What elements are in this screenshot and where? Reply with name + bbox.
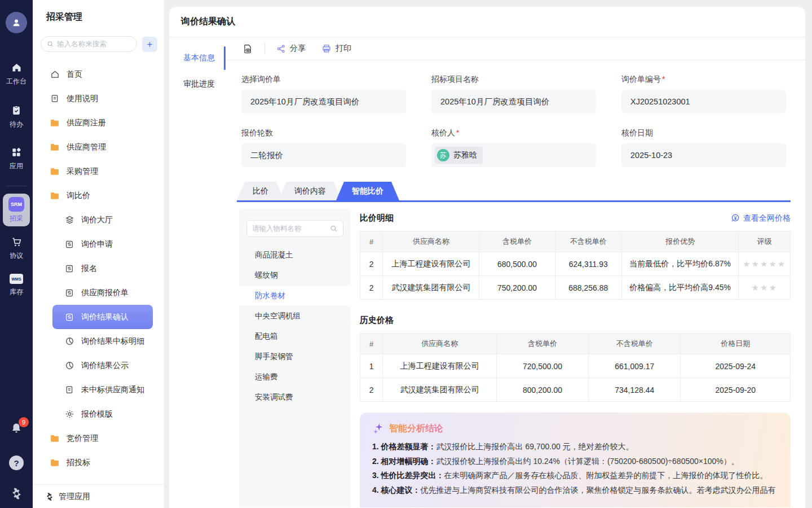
review-date-input[interactable]: 2025-10-23 [621,143,786,167]
ai-analysis-item: 1. 价格差额显著：武汉报价比上海报价高出 69,700.00 元，绝对差价较大… [372,440,778,454]
tab-compare[interactable]: 比价 [237,182,284,200]
sidebar-item-inquiry-hall[interactable]: 询价大厅 [39,208,157,232]
ai-analysis-item: 4. 核心建议：优先推进与上海商贸科技有限公司的合作洽谈，聚焦价格锁定与服务条款… [372,483,778,498]
pie-icon [64,336,74,347]
material-item-selected[interactable]: 防水卷材 [239,286,351,306]
material-item[interactable]: 配电箱 [239,326,351,347]
document-icon [50,94,60,104]
sidebar-item-inquiry-result-confirm[interactable]: 询价结果确认 [52,305,153,329]
sidebar-item-tender[interactable]: 招投标 [39,450,157,475]
rail-item-apps[interactable]: 应用 [10,147,23,171]
sidebar-item-supplier-quote-list[interactable]: 供应商报价单 [39,281,157,305]
rail-item-inventory[interactable]: WMS 库存 [10,274,23,297]
print-button[interactable]: 打印 [321,43,351,54]
sidebar-item-inquiry-apply[interactable]: 询价申请 [39,232,157,256]
rail-item-label: 待办 [10,120,23,129]
view-network-price-link[interactable]: 查看全网价格 [730,213,791,224]
sidebar-search-box[interactable] [41,36,137,52]
cell-index: 2 [360,252,383,276]
sidebar-item-purchase-management[interactable]: 采购管理 [39,159,157,183]
sidebar-item-label: 询价大厅 [81,215,113,225]
history-section-title: 历史价格 [360,315,791,326]
cell-advantage: 价格偏高，比平均价高9.45% [621,276,739,300]
quote-rounds-input[interactable]: 二轮报价 [241,143,406,167]
col-advantage: 报价优势 [621,231,739,252]
rail-item-workbench[interactable]: 工作台 [6,62,27,86]
field-label: 招标项目名称 [431,75,596,85]
field-quote-rounds: 报价轮数 二轮报价 [241,128,406,167]
col-price-date: 价格日期 [681,334,791,354]
ai-analysis-panel: 智能分析结论 1. 价格差额显著：武汉报价比上海报价高出 69,700.00 元… [360,413,791,507]
rail-divider [6,186,27,186]
user-avatar[interactable] [6,12,27,33]
material-item[interactable]: 安装调试费 [239,387,351,408]
material-item[interactable]: 运输费 [239,367,351,387]
tab-inquiry-content[interactable]: 询价内容 [279,182,342,200]
sidebar-item-usage-guide[interactable]: 使用说明 [39,86,157,111]
cell-index: 1 [360,354,383,378]
notifications-button[interactable]: 9 [10,422,23,435]
price-reviewer-input[interactable]: 苏 苏雅晗 [431,143,596,167]
tender-project-name-input[interactable]: 2025年10月厂房改造项目询价 [431,90,596,113]
add-button[interactable]: + [142,37,157,52]
material-item[interactable]: 商品混凝土 [239,245,351,265]
sidebar-item-inquiry-result-award-detail[interactable]: 询价结果中标明细 [39,329,157,353]
help-button[interactable]: ? [9,456,24,470]
cell-supplier: 武汉建筑集团有限公司 [383,276,479,300]
toolbar-divider [264,43,265,54]
share-button[interactable]: 分享 [276,43,306,54]
sidebar-item-label: 供应商管理 [67,142,106,152]
sidebar-item-manage-apps[interactable]: 管理应用 [33,484,164,508]
sidebar: 招采管理 + 首页 使用说明 供应商注册 供应商管理 [33,0,165,508]
search-icon [330,225,338,233]
field-review-date: 核价日期 2025-10-23 [621,128,786,167]
material-item[interactable]: 中央空调机组 [239,306,351,326]
col-index: # [360,231,383,252]
rail-item-todo[interactable]: 待办 [10,104,23,129]
material-search-box[interactable] [246,220,343,237]
col-tax-price: 含税单价 [479,231,555,252]
rail-item-procurement[interactable]: SRM 招采 [3,194,30,226]
folder-icon [50,191,60,201]
compare-table: # 供应商名称 含税单价 不含税单价 报价优势 评级 [360,231,791,300]
cell-no-tax-price: 688,256.88 [555,276,621,300]
tab-approval-progress[interactable]: 审批进度 [169,71,226,97]
select-inquiry-input[interactable]: 2025年10月厂房改造项目询价 [241,90,406,113]
preview-button[interactable] [242,43,253,54]
col-no-tax-price: 不含税单价 [555,231,621,252]
sidebar-item-signup[interactable]: 报名 [39,256,157,281]
cell-no-tax-price: 661,009.17 [589,354,681,378]
sidebar-search-input[interactable] [57,40,131,48]
cell-price-date: 2025-09-20 [681,378,791,402]
sidebar-title: 招采管理 [33,0,164,23]
sidebar-item-label: 询价结果中标明细 [81,336,144,347]
sidebar-item-home[interactable]: 首页 [39,62,157,86]
material-item[interactable]: 螺纹钢 [239,265,351,286]
sidebar-item-bidding-management[interactable]: 竞价管理 [39,426,157,450]
compare-tab-strip: 比价 询价内容 智能比价 [237,182,791,202]
sidebar-item-quote-template[interactable]: 报价模版 [39,402,157,426]
sidebar-item-label: 采购管理 [67,167,98,177]
material-item[interactable]: 脚手架钢管 [239,347,351,367]
sidebar-item-non-winner-notice[interactable]: 未中标供应商通知 [39,378,157,402]
tab-basic-info[interactable]: 基本信息 [169,45,226,71]
rail-item-agreement[interactable]: 协议 [10,236,23,261]
sidebar-item-inquiry-result-publicity[interactable]: 询价结果公示 [39,353,157,378]
inquiry-no-input[interactable]: XJ20251023001 [621,90,786,113]
tab-smart-compare[interactable]: 智能比价 [336,182,399,200]
sidebar-item-label: 询价申请 [81,239,113,249]
user-icon [11,17,22,28]
rail-item-label: 协议 [10,251,23,261]
cell-no-tax-price: 624,311.93 [555,252,621,276]
folder-icon [50,142,60,152]
material-search-input[interactable] [252,225,326,233]
sidebar-item-supplier-register[interactable]: 供应商注册 [39,111,157,135]
sidebar-item-label: 竞价管理 [67,433,98,444]
sidebar-item-label: 询价结果公示 [81,361,129,371]
sidebar-item-inquiry-compare[interactable]: 询比价 [39,183,157,208]
cell-supplier: 上海工程建设有限公司 [383,354,496,378]
document-preview-icon [242,43,253,54]
sidebar-item-supplier-management[interactable]: 供应商管理 [39,135,157,159]
settings-button[interactable] [10,487,23,500]
folder-icon [50,433,60,444]
